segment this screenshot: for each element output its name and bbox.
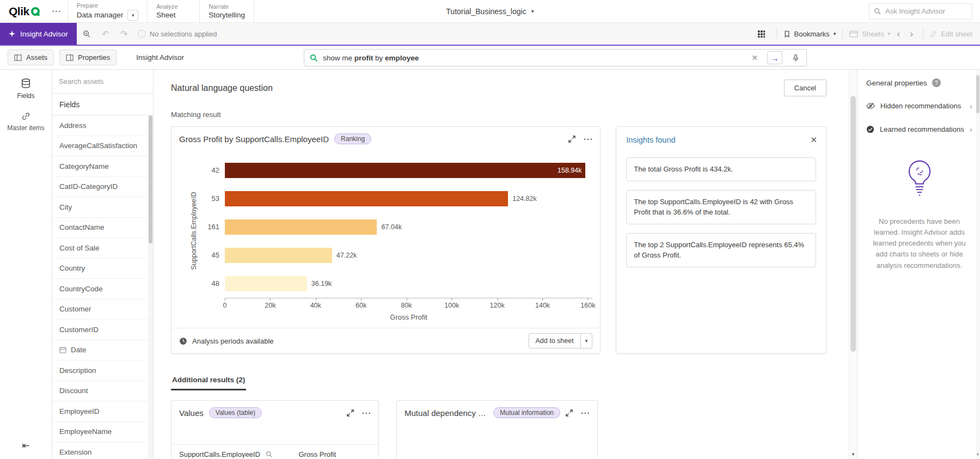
asset-field-item[interactable]: ContactName (52, 218, 153, 238)
scroll-down-icon[interactable]: ▾ (976, 452, 980, 457)
right-panel-icon (66, 54, 74, 61)
asset-field-item[interactable]: Extension (52, 442, 153, 459)
microphone-icon[interactable] (787, 54, 802, 62)
insight-item[interactable]: The top SupportCalls.EmployeeID is 42 wi… (626, 190, 816, 224)
asset-field-item[interactable]: CatID-CategoryID (52, 177, 153, 198)
asset-field-item[interactable]: Cost of Sale (52, 238, 153, 259)
tab-additional-results[interactable]: Additional results (2) (171, 376, 246, 390)
app-title-menu[interactable]: Tutorial_Business_logic ▾ (446, 0, 534, 22)
insight-advisor-label: Insight Advisor (20, 30, 68, 38)
sheets-menu[interactable]: Sheets ▾ (849, 30, 890, 38)
x-axis-label: Gross Profit (225, 311, 592, 325)
asset-field-item[interactable]: City (52, 197, 153, 218)
asset-field-item[interactable]: CountryCode (52, 279, 153, 299)
nlq-input[interactable]: show me profit by employee (323, 54, 742, 62)
ask-insight-advisor-box[interactable] (869, 3, 972, 20)
prepare-dropdown-button[interactable]: ▾ (127, 10, 138, 21)
top-bar: Qlik ⋯ Prepare Data manager ▾ Analyze Sh… (0, 0, 980, 23)
close-icon[interactable]: ✕ (810, 135, 817, 145)
assets-scrollbar[interactable] (148, 115, 153, 458)
ask-insight-advisor-input[interactable] (885, 7, 967, 15)
submit-query-button[interactable]: → (767, 51, 782, 64)
sheets-label: Sheets (862, 30, 884, 38)
nav-tab-analyze[interactable]: Analyze Sheet (147, 0, 199, 22)
rail-item-master-items[interactable]: Master items (7, 112, 45, 132)
nav-tab-narrate[interactable]: Narrate Storytelling (199, 0, 254, 22)
qlik-logo[interactable]: Qlik (0, 0, 45, 22)
asset-field-label: Address (59, 121, 87, 130)
asset-field-item[interactable]: AverageCallSatisfaction (52, 136, 153, 157)
hidden-recommendations-row[interactable]: Hidden recommendations › (866, 101, 972, 111)
properties-scrollbar[interactable]: ▾ (976, 70, 980, 458)
assets-field-list: AddressAverageCallSatisfactionCategoryNa… (52, 115, 153, 459)
more-menu-icon[interactable]: ⋯ (580, 408, 590, 418)
insight-item[interactable]: The total Gross Profit is 434.2k. (626, 157, 816, 181)
insight-advisor-subbar: Assets Properties Insight Advisor show m… (0, 46, 980, 70)
asset-field-item[interactable]: Customer (52, 299, 153, 320)
rail-item-fields[interactable]: Fields (17, 78, 34, 100)
bar[interactable] (225, 191, 508, 206)
more-menu-icon[interactable]: ⋯ (583, 134, 592, 144)
bar[interactable] (225, 219, 377, 235)
no-precedents-text: No precedents have been learned. Insight… (866, 216, 972, 271)
asset-field-item[interactable]: EmployeeName (52, 422, 153, 443)
learned-recommendations-row[interactable]: Learned recommendations › (866, 125, 972, 134)
assets-search-box[interactable] (52, 70, 153, 94)
assets-panel-button[interactable]: Assets (8, 50, 54, 65)
qlik-logo-icon (31, 7, 40, 16)
query-token: show me (323, 54, 354, 62)
pencil-icon (930, 30, 937, 38)
assets-section-header: Fields (52, 94, 153, 115)
smart-search-icon[interactable] (79, 26, 95, 41)
expand-icon[interactable] (566, 409, 573, 417)
asset-field-item[interactable]: Address (52, 115, 153, 136)
app-overview-grid-icon[interactable] (754, 26, 770, 41)
asset-field-item[interactable]: Description (52, 360, 153, 381)
properties-panel-button[interactable]: Properties (59, 50, 117, 65)
step-back-icon[interactable]: ↶ (97, 26, 114, 41)
main-scrollbar[interactable]: ▾ (849, 70, 857, 458)
edit-sheet-button[interactable]: Edit sheet (930, 30, 972, 38)
expand-icon[interactable] (568, 136, 575, 143)
expand-icon[interactable] (347, 409, 354, 417)
clear-query-icon[interactable]: ✕ (747, 53, 762, 62)
asset-field-item[interactable]: Date (52, 340, 153, 361)
help-icon[interactable]: ? (932, 78, 941, 87)
scrollbar-thumb[interactable] (850, 96, 856, 352)
cancel-button[interactable]: Cancel (784, 79, 826, 96)
chart-card: Gross Profit by SupportCalls.EmployeeID … (171, 126, 601, 354)
scrollbar-thumb[interactable] (149, 115, 152, 243)
general-properties-panel: General properties ? Hidden recommendati… (857, 70, 980, 458)
search-icon[interactable] (266, 451, 273, 458)
more-menu-icon[interactable]: ⋯ (362, 408, 371, 418)
bookmarks-menu[interactable]: Bookmarks ▾ (783, 30, 836, 38)
asset-field-item[interactable]: Country (52, 259, 153, 279)
bar[interactable] (225, 248, 332, 263)
chevron-down-icon: ▾ (834, 31, 836, 36)
assets-search-input[interactable] (59, 77, 146, 85)
collapse-panel-icon[interactable]: ⇤ (22, 440, 29, 451)
asset-field-item[interactable]: EmployeeID (52, 401, 153, 422)
insight-advisor-button[interactable]: Insight Advisor (0, 23, 77, 45)
scrollbar-thumb[interactable] (976, 75, 979, 113)
scroll-down-icon[interactable]: ▾ (849, 451, 857, 457)
asset-field-item[interactable]: CategoryName (52, 156, 153, 177)
asset-type-rail: Fields Master items ⇤ (0, 70, 52, 458)
insight-item[interactable]: The top 2 SupportCalls.EmployeeID repres… (626, 233, 816, 267)
bar[interactable] (225, 276, 307, 291)
y-tick-label: 48 (212, 270, 225, 298)
nlq-search-box[interactable]: show me profit by employee ✕ → (304, 49, 807, 66)
asset-field-item[interactable]: CustomerID (52, 320, 153, 340)
edit-sheet-label: Edit sheet (941, 30, 972, 38)
prev-sheet-icon[interactable]: ‹ (893, 28, 903, 40)
next-sheet-icon[interactable]: › (906, 28, 916, 40)
database-icon (21, 78, 30, 89)
step-forward-icon[interactable]: ↷ (116, 26, 132, 41)
bar[interactable]: 158.94k (225, 163, 585, 178)
add-to-sheet-button[interactable]: Add to sheet ▾ (529, 333, 593, 348)
chevron-down-icon[interactable]: ▾ (580, 334, 592, 348)
global-menu-button[interactable]: ⋯ (45, 0, 68, 22)
main-nav: Prepare Data manager ▾ Analyze Sheet Nar… (68, 0, 254, 22)
asset-field-item[interactable]: Discount (52, 381, 153, 402)
nav-tab-prepare[interactable]: Prepare Data manager ▾ (68, 0, 148, 22)
